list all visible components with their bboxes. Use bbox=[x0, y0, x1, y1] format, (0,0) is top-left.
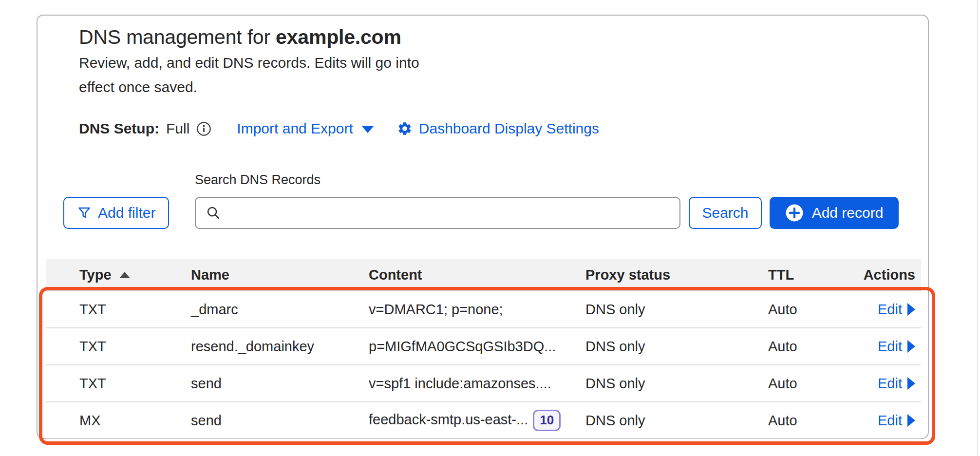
cell-ttl: Auto bbox=[768, 413, 851, 429]
search-dns-records-label: Search DNS Records bbox=[195, 172, 320, 188]
chevron-right-icon bbox=[907, 303, 915, 316]
cell-type: TXT bbox=[79, 376, 191, 392]
cell-content: feedback-smtp.us-east-...10 bbox=[369, 410, 585, 431]
dns-records-table: Type Name Content Proxy status TTL Actio… bbox=[46, 259, 921, 438]
cell-proxy-status: DNS only bbox=[585, 376, 768, 392]
column-header-proxy-status: Proxy status bbox=[585, 267, 768, 283]
column-header-name: Name bbox=[191, 267, 369, 283]
info-icon[interactable] bbox=[196, 121, 211, 136]
edit-record-link[interactable]: Edit bbox=[878, 339, 915, 355]
cell-ttl: Auto bbox=[768, 339, 851, 355]
table-row: TXT send v=spf1 include:amazonses.... DN… bbox=[46, 364, 921, 401]
table-row: TXT _dmarc v=DMARC1; p=none; DNS only Au… bbox=[46, 290, 921, 327]
column-header-type[interactable]: Type bbox=[79, 267, 191, 283]
table-row: MX send feedback-smtp.us-east-...10 DNS … bbox=[46, 401, 921, 438]
gear-icon bbox=[397, 121, 413, 136]
cell-name: _dmarc bbox=[191, 302, 369, 318]
page-subtitle: Review, add, and edit DNS records. Edits… bbox=[79, 51, 422, 99]
cell-name: send bbox=[191, 376, 369, 392]
edit-record-link[interactable]: Edit bbox=[878, 376, 915, 392]
column-header-actions: Actions bbox=[851, 267, 921, 283]
add-record-button[interactable]: Add record bbox=[770, 197, 899, 229]
add-filter-label: Add filter bbox=[98, 205, 155, 221]
add-filter-button[interactable]: Add filter bbox=[63, 197, 169, 229]
filter-funnel-icon bbox=[77, 206, 92, 220]
dns-setup-label: DNS Setup: bbox=[79, 120, 159, 137]
cell-actions: Edit bbox=[851, 302, 921, 318]
dashboard-display-settings-label: Dashboard Display Settings bbox=[419, 120, 599, 137]
chevron-right-icon bbox=[907, 340, 915, 353]
cell-type: TXT bbox=[79, 302, 191, 318]
plus-circle-icon bbox=[785, 204, 804, 222]
page-title-text: DNS management for bbox=[79, 26, 276, 48]
page-title: DNS management for example.com bbox=[79, 25, 401, 49]
chevron-right-icon bbox=[907, 414, 915, 427]
dns-setup-value: Full bbox=[166, 120, 189, 137]
sort-ascending-icon bbox=[119, 272, 130, 278]
dashboard-display-settings-link[interactable]: Dashboard Display Settings bbox=[397, 120, 599, 137]
cell-name: send bbox=[191, 413, 369, 429]
cell-content: v=DMARC1; p=none; bbox=[369, 302, 585, 318]
search-input[interactable] bbox=[221, 198, 679, 228]
import-and-export-dropdown[interactable]: Import and Export bbox=[237, 120, 373, 137]
dns-management-card: DNS management for example.com Review, a… bbox=[37, 15, 929, 439]
page-right-divider bbox=[977, 0, 978, 456]
cell-type: MX bbox=[79, 413, 191, 429]
cell-type: TXT bbox=[79, 339, 191, 355]
cell-actions: Edit bbox=[851, 339, 921, 355]
cell-actions: Edit bbox=[851, 413, 921, 429]
cell-content: v=spf1 include:amazonses.... bbox=[369, 376, 585, 392]
table-row: TXT resend._domainkey p=MIGfMA0GCSqGSIb3… bbox=[46, 327, 921, 364]
column-header-ttl: TTL bbox=[768, 267, 851, 283]
cell-ttl: Auto bbox=[768, 376, 851, 392]
cell-name: resend._domainkey bbox=[191, 339, 369, 355]
cell-ttl: Auto bbox=[768, 302, 851, 318]
cell-proxy-status: DNS only bbox=[585, 413, 768, 429]
page-title-domain: example.com bbox=[276, 26, 401, 48]
search-button[interactable]: Search bbox=[689, 197, 762, 229]
dns-setup-row: DNS Setup: Full Import and Export Dashbo… bbox=[79, 118, 599, 139]
search-input-wrapper bbox=[195, 197, 680, 229]
cell-actions: Edit bbox=[851, 376, 921, 392]
table-header-row: Type Name Content Proxy status TTL Actio… bbox=[46, 259, 921, 290]
edit-record-link[interactable]: Edit bbox=[878, 302, 915, 318]
add-record-label: Add record bbox=[812, 205, 884, 221]
edit-record-link[interactable]: Edit bbox=[878, 413, 915, 429]
column-header-content: Content bbox=[369, 267, 585, 283]
cell-content: p=MIGfMA0GCSqGSIb3DQ... bbox=[369, 339, 585, 355]
cell-proxy-status: DNS only bbox=[585, 302, 768, 318]
chevron-down-icon bbox=[362, 126, 374, 133]
search-button-label: Search bbox=[702, 205, 748, 221]
import-and-export-label: Import and Export bbox=[237, 120, 353, 137]
mx-priority-badge: 10 bbox=[533, 410, 561, 431]
chevron-right-icon bbox=[907, 377, 915, 390]
search-icon bbox=[206, 205, 221, 221]
cell-proxy-status: DNS only bbox=[585, 339, 768, 355]
